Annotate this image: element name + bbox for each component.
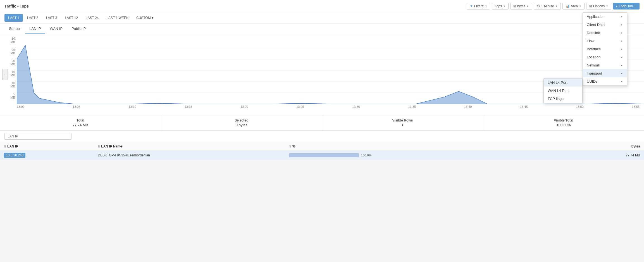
stat-total-value: 77.74 MB xyxy=(73,123,88,127)
dropdown-item-interface[interactable]: Interface► xyxy=(583,45,627,53)
options-caret: ▼ xyxy=(606,5,608,8)
area-button[interactable]: 📊 Area ▼ xyxy=(562,3,585,9)
time-tab-last3[interactable]: LAST 3 xyxy=(42,14,61,22)
submenu-arrow-uuids: ► xyxy=(620,80,623,83)
x-axis-label: 13:05 xyxy=(73,105,80,108)
dropdown-item-network[interactable]: Network► xyxy=(583,61,627,69)
submenu-arrow-application: ► xyxy=(620,15,623,18)
add-tab-dropdown: Application►Client Data►Datalink►Flow►In… xyxy=(583,12,627,86)
time-tab-custom[interactable]: CUSTOM ▾ xyxy=(133,14,157,22)
x-axis-label: 13:00 xyxy=(17,105,25,108)
filter-icon: ▼ xyxy=(470,4,473,8)
area-caret: ▼ xyxy=(579,5,581,8)
x-axis-label: 13:50 xyxy=(576,105,584,108)
time-tab-last24[interactable]: LAST 24 xyxy=(82,14,102,22)
y-axis-label: 30 MB xyxy=(8,37,15,44)
x-axis-label: 13:40 xyxy=(464,105,472,108)
sub-tab-sensor[interactable]: Sensor xyxy=(4,24,25,34)
stat-visible-total-label: Visible/Total xyxy=(554,118,573,122)
y-axis-label: 20 MB xyxy=(8,59,15,66)
table-body: 10.0.30.248DESKTOP-F9N354U.redborder.lan… xyxy=(0,151,644,160)
filter-row xyxy=(0,131,644,142)
dropdown-item-datalink[interactable]: Datalink► xyxy=(583,29,627,37)
stat-visible-rows-value: 1 xyxy=(402,123,404,127)
sub-tab-lanip[interactable]: LAN IP xyxy=(25,24,45,34)
options-label: Options xyxy=(593,4,605,8)
dropdown-label-transport: Transport xyxy=(587,71,602,75)
add-tab-icon: 🏷 xyxy=(616,4,619,8)
time-tabs: LAST 1LAST 2LAST 3LAST 12LAST 24LAST 1 W… xyxy=(0,12,644,23)
add-tab-button[interactable]: 🏷 Add Tab ▼ xyxy=(613,3,640,9)
col-header-lanip[interactable]: ⇅LAN IP xyxy=(0,142,94,151)
time-tab-last2[interactable]: LAST 2 xyxy=(23,14,42,22)
stat-total: Total 77.74 MB xyxy=(0,115,161,130)
tops-label: Tops xyxy=(495,4,502,8)
x-axis-label: 13:10 xyxy=(128,105,136,108)
stat-visible-total: Visible/Total 100.00% xyxy=(483,115,644,130)
y-axis-label: 10 MB xyxy=(8,81,15,88)
stat-selected: Selected 0 bytes xyxy=(161,115,322,130)
sort-icon-lanip: ⇅ xyxy=(4,145,6,148)
progress-pct: 100.0% xyxy=(361,154,371,157)
dropdown-item-application[interactable]: Application► xyxy=(583,13,627,21)
col-header-lanipname[interactable]: ⇅LAN IP Name xyxy=(94,142,285,151)
lan-ip-filter-input[interactable] xyxy=(4,133,71,140)
submenu-arrow-flow: ► xyxy=(620,39,623,42)
x-axis-labels: 13:0013:0513:1013:1513:2013:2513:3013:35… xyxy=(17,104,644,108)
sort-icon-lanipname: ⇅ xyxy=(98,145,100,148)
submenu-arrow-location: ► xyxy=(620,56,623,59)
x-axis-label: 13:45 xyxy=(520,105,528,108)
data-table: ⇅LAN IP⇅LAN IP Name⇅%bytes 10.0.30.248DE… xyxy=(0,142,644,160)
x-axis-label: 13:20 xyxy=(240,105,248,108)
x-axis-label: 13:35 xyxy=(408,105,416,108)
time-tab-last1week[interactable]: LAST 1 WEEK xyxy=(103,14,132,22)
stat-visible-rows-label: Visible Rows xyxy=(392,118,413,122)
bytes-icon: ⊞ xyxy=(513,4,516,8)
dropdown-item-client_data[interactable]: Client Data► xyxy=(583,21,627,29)
cell-lanip: 10.0.30.248 xyxy=(0,151,94,160)
dropdown-label-interface: Interface xyxy=(587,47,601,51)
bytes-label: bytes xyxy=(517,4,525,8)
minute-label: 1 Minute xyxy=(541,4,554,8)
options-button[interactable]: ⊞ Options ▼ xyxy=(586,3,611,9)
ip-badge: 10.0.30.248 xyxy=(4,153,25,158)
dropdown-label-datalink: Datalink xyxy=(587,31,600,35)
add-tab-caret: ▼ xyxy=(634,5,636,8)
transport-submenu-item-lan_l4_port[interactable]: LAN L4 Port xyxy=(544,78,582,87)
filters-button[interactable]: ▼ Filters: 1 xyxy=(467,3,490,9)
sort-icon-pct: ⇅ xyxy=(289,145,291,148)
dropdown-item-flow[interactable]: Flow► xyxy=(583,37,627,45)
dropdown-item-uuids[interactable]: UUIDs► xyxy=(583,77,627,85)
x-axis-label: 13:55 xyxy=(632,105,640,108)
col-header-pct[interactable]: ⇅% xyxy=(285,142,573,151)
stats-bar: Total 77.74 MB Selected 0 bytes Visible … xyxy=(0,115,644,131)
clock-icon: ⏱ xyxy=(537,4,540,8)
submenu-arrow-network: ► xyxy=(620,64,623,67)
dropdown-item-location[interactable]: Location► xyxy=(583,53,627,61)
area-label: Area xyxy=(571,4,578,8)
sub-tab-wanip[interactable]: WAN IP xyxy=(45,24,67,34)
add-tab-label: Add Tab xyxy=(621,4,633,8)
bytes-button[interactable]: ⊞ bytes ▼ xyxy=(510,3,532,9)
dropdown-item-transport[interactable]: Transport► xyxy=(583,69,627,77)
time-tab-last12[interactable]: LAST 12 xyxy=(61,14,81,22)
table-row[interactable]: 10.0.30.248DESKTOP-F9N354U.redborder.lan… xyxy=(0,151,644,160)
sub-tab-publicip[interactable]: Public IP xyxy=(67,24,90,34)
chart-prev-button[interactable]: ‹ xyxy=(2,69,8,80)
dropdown-label-flow: Flow xyxy=(587,39,594,43)
top-controls: ▼ Filters: 1 Tops ▼ ⊞ bytes ▼ ⏱ 1 Minute… xyxy=(467,3,640,9)
table-head: ⇅LAN IP⇅LAN IP Name⇅%bytes xyxy=(0,142,644,151)
table-header-row: ⇅LAN IP⇅LAN IP Name⇅%bytes xyxy=(0,142,644,151)
stat-total-label: Total xyxy=(77,118,84,122)
minute-button[interactable]: ⏱ 1 Minute ▼ xyxy=(534,3,561,9)
sub-tabs: SensorLAN IPWAN IPPublic IP xyxy=(0,23,644,34)
dropdown-label-location: Location xyxy=(587,55,600,59)
dropdown-label-application: Application xyxy=(587,15,605,19)
y-axis-labels: 30 MB25 MB20 MB15 MB10 MB5 MB xyxy=(8,37,15,104)
transport-submenu-item-tcp_flags[interactable]: TCP flags xyxy=(544,95,582,103)
time-tab-last1[interactable]: LAST 1 xyxy=(4,14,23,22)
dropdown-label-uuids: UUIDs xyxy=(587,79,597,84)
stat-visible-rows: Visible Rows 1 xyxy=(322,115,483,130)
transport-submenu-item-wan_l4_port[interactable]: WAN L4 Port xyxy=(544,87,582,95)
tops-button[interactable]: Tops ▼ xyxy=(492,3,509,9)
